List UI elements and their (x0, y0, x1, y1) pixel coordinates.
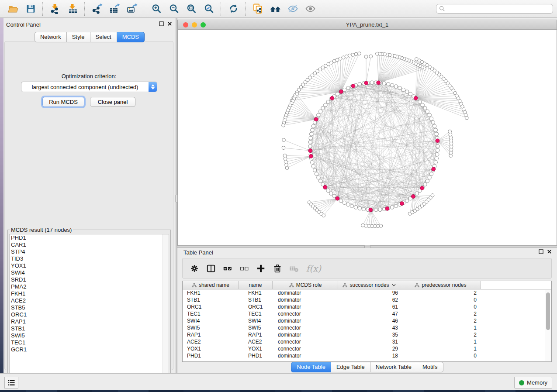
network-graph[interactable] (178, 30, 557, 245)
table-row[interactable]: SWI5SWI5connector431 (183, 324, 551, 331)
mcds-result-item[interactable]: ACE2 (10, 297, 169, 304)
mcds-result-item[interactable]: TEC1 (10, 339, 169, 346)
table-scrollbar[interactable] (545, 290, 551, 361)
table-row[interactable]: SWI4SWI4dominator462 (183, 317, 551, 324)
export-network-icon[interactable] (90, 2, 104, 15)
select-all-rows-icon[interactable] (222, 263, 233, 274)
mcds-result-item[interactable]: ORC1 (10, 311, 169, 318)
main-toolbar (0, 0, 557, 17)
table-scrollbar-thumb[interactable] (546, 292, 550, 330)
tab-node-table[interactable]: Node Table (291, 362, 331, 372)
zoom-fit-icon[interactable] (184, 2, 198, 15)
table-cell: dominator (273, 304, 338, 310)
mcds-result-item[interactable]: GCR1 (10, 346, 169, 353)
delete-column-icon[interactable] (272, 263, 283, 274)
tab-style[interactable]: Style (67, 32, 90, 42)
table-options-gear-icon[interactable] (189, 263, 200, 274)
table-cell: dominator (273, 290, 338, 296)
table-cell: SWI4 (183, 318, 239, 324)
hide-selected-icon[interactable] (286, 2, 300, 15)
close-table-panel-icon[interactable] (547, 249, 552, 254)
table-row[interactable]: ORC1ORC1dominator610 (183, 303, 551, 310)
tab-network[interactable]: Network (35, 32, 67, 42)
table-cell: ORC1 (183, 304, 239, 310)
float-panel-icon[interactable] (159, 21, 164, 26)
mcds-result-item[interactable]: FKH1 (10, 290, 169, 297)
column-header-shared-name[interactable]: shared name (183, 281, 239, 289)
memory-button[interactable]: Memory (514, 377, 552, 389)
table-row[interactable]: YOX1YOX1connector291 (183, 345, 551, 352)
dropdown-stepper-icon (149, 82, 157, 92)
export-table-icon[interactable] (107, 2, 121, 15)
tab-network-table[interactable]: Network Table (370, 362, 417, 372)
run-mcds-button[interactable]: Run MCDS (42, 97, 84, 107)
mcds-result-box: MCDS result (17 nodes) PHD1CAR1STP4TID3Y… (7, 227, 171, 390)
list-menu-icon (7, 379, 15, 386)
mcds-result-item[interactable]: RAP1 (10, 318, 169, 325)
tab-edge-table[interactable]: Edge Table (331, 362, 370, 372)
panel-menu-button[interactable] (4, 377, 18, 389)
criterion-dropdown[interactable]: largest connected component (undirected) (21, 82, 157, 92)
close-panel-button[interactable]: Close panel (90, 97, 135, 107)
tab-motifs[interactable]: Motifs (417, 362, 443, 372)
table-row[interactable]: STB1STB1dominator620 (183, 296, 551, 303)
close-panel-icon[interactable] (167, 21, 172, 26)
table-row[interactable]: FKH1FKH1dominator962 (183, 289, 551, 296)
zoom-in-icon[interactable] (149, 2, 163, 15)
column-header-predecessor-nodes[interactable]: predecessor nodes (400, 281, 481, 289)
refresh-layout-icon[interactable] (226, 2, 240, 15)
mcds-result-item[interactable]: TID3 (10, 255, 169, 262)
column-header-name[interactable]: name (239, 281, 273, 289)
column-header-successor-nodes[interactable]: successor nodes (338, 281, 400, 289)
mcds-result-item[interactable]: CAR1 (10, 241, 169, 248)
save-session-icon[interactable] (24, 2, 38, 15)
import-table-icon[interactable] (66, 2, 80, 15)
first-neighbors-icon[interactable] (268, 2, 282, 15)
float-table-panel-icon[interactable] (539, 249, 543, 254)
show-all-icon[interactable] (303, 2, 317, 15)
table-cell: 43 (338, 325, 400, 331)
table-row[interactable]: TEC1TEC1connector472 (183, 310, 551, 317)
import-network-icon[interactable] (48, 2, 62, 15)
column-browser-icon[interactable] (205, 263, 217, 274)
zoom-out-icon[interactable] (167, 2, 181, 15)
result-list-scrollbar[interactable] (163, 234, 169, 388)
deselect-all-rows-icon[interactable] (239, 263, 250, 274)
network-titlebar[interactable]: YPA_prune.txt_1 (178, 20, 557, 30)
export-image-icon[interactable] (125, 2, 139, 15)
mcds-result-item[interactable]: PHD1 (10, 234, 169, 241)
table-cell: 1 (400, 346, 481, 352)
column-header-mcds-role[interactable]: MCDS role (273, 281, 338, 289)
mcds-result-item[interactable]: STB5 (10, 304, 169, 311)
zoom-selected-icon[interactable] (202, 2, 216, 15)
mcds-result-item[interactable]: SWI4 (10, 269, 169, 276)
tab-mcds[interactable]: MCDS (117, 32, 145, 42)
mcds-result-item[interactable]: SRD1 (10, 276, 169, 283)
table-cell: 2 (400, 290, 481, 296)
table-panel: Table Panel f(x) shared namenameMCDS rol… (177, 248, 557, 373)
mcds-result-item[interactable]: YOX1 (10, 262, 169, 269)
node-table-header: shared namenameMCDS rolesuccessor nodesp… (183, 281, 551, 289)
optimization-criterion-label: Optimization criterion: (5, 73, 173, 79)
table-row[interactable]: RAP1RAP1dominator352 (183, 331, 551, 338)
table-cell: FKH1 (239, 290, 273, 296)
table-cell: 0 (400, 353, 481, 359)
table-cell: 96 (338, 290, 400, 296)
mcds-result-item[interactable]: PMA2 (10, 283, 169, 290)
table-panel-tabs: Node TableEdge TableNetwork TableMotifs (177, 362, 557, 372)
table-row[interactable]: ACE2ACE2connector311 (183, 338, 551, 345)
toolbar-separator (42, 2, 43, 16)
tab-select[interactable]: Select (90, 32, 117, 42)
mcds-result-item[interactable]: STB1 (10, 325, 169, 332)
table-cell: PHD1 (183, 353, 239, 359)
open-file-icon[interactable] (6, 2, 20, 15)
mcds-result-item[interactable]: STP4 (10, 248, 169, 255)
network-from-selection-icon[interactable] (251, 2, 265, 15)
toolbar-separator (144, 2, 145, 16)
delete-table-icon (288, 263, 300, 274)
search-input[interactable] (445, 4, 553, 13)
mcds-result-item[interactable]: SWI5 (10, 332, 169, 339)
table-row[interactable]: PHD1PHD1dominator180 (183, 352, 551, 359)
add-column-icon[interactable] (255, 263, 266, 274)
column-header-filler (481, 281, 551, 289)
